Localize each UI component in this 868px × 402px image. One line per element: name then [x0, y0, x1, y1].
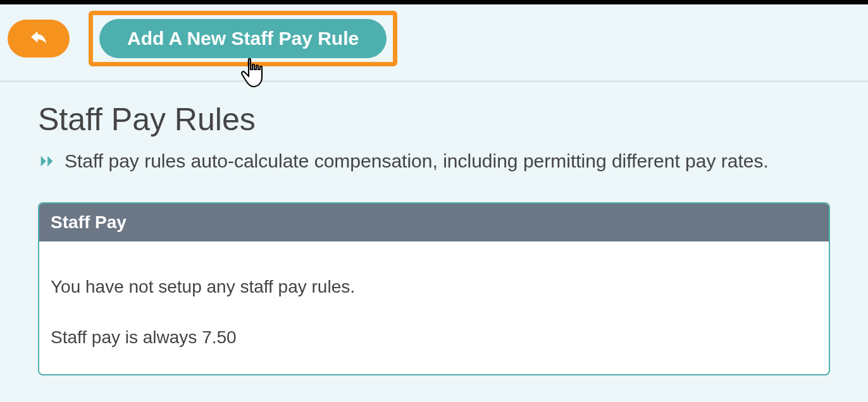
main-content: Staff Pay Rules Staff pay rules auto-cal…: [0, 82, 868, 394]
panel-message-empty: You have not setup any staff pay rules.: [51, 277, 817, 297]
toolbar: Add A New Staff Pay Rule: [0, 4, 868, 82]
add-staff-pay-rule-button[interactable]: Add A New Staff Pay Rule: [99, 19, 387, 58]
panel-header: Staff Pay: [39, 204, 829, 241]
double-chevron-right-icon: [38, 152, 56, 170]
page-description-row: Staff pay rules auto-calculate compensat…: [38, 150, 830, 172]
top-accent-bar: [0, 0, 868, 4]
page-description: Staff pay rules auto-calculate compensat…: [65, 150, 769, 172]
back-arrow-icon: [27, 27, 50, 51]
svg-rect-0: [248, 59, 249, 67]
staff-pay-panel: Staff Pay You have not setup any staff p…: [38, 202, 830, 375]
page-title: Staff Pay Rules: [38, 101, 830, 138]
cursor-pointer-icon: [239, 56, 270, 90]
panel-body: You have not setup any staff pay rules. …: [39, 241, 829, 374]
panel-message-default-pay: Staff pay is always 7.50: [51, 327, 817, 348]
back-button[interactable]: [8, 20, 70, 58]
